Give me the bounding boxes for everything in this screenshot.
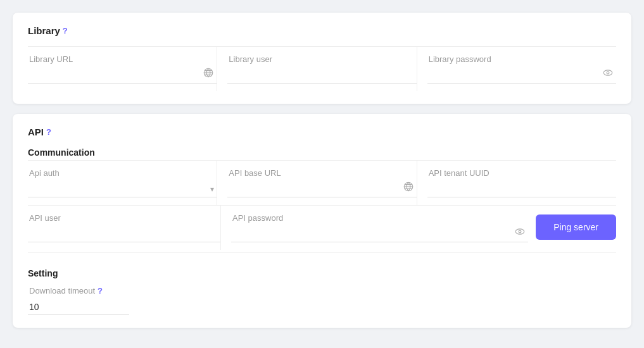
api-row-2: API user API password Ping <box>28 205 616 250</box>
api-auth-label: Api auth <box>28 168 217 178</box>
api-user-input-wrap <box>28 227 220 242</box>
eye-icon[interactable] <box>602 67 614 81</box>
api-row-1: Api auth Basic Token None ▾ API base URL <box>28 160 616 205</box>
library-url-input-wrap <box>28 68 217 84</box>
svg-point-3 <box>607 71 609 74</box>
api-base-url-field: API base URL <box>217 161 417 205</box>
download-timeout-label: Download timeout ? <box>28 286 616 295</box>
library-user-input-wrap <box>227 68 416 84</box>
api-auth-select[interactable]: Basic Token None <box>28 182 217 197</box>
svg-point-7 <box>519 230 521 233</box>
svg-point-2 <box>603 70 612 75</box>
ping-server-button[interactable]: Ping server <box>536 214 616 240</box>
library-password-field: Library password <box>417 47 616 91</box>
download-timeout-group: Download timeout ? 10 <box>28 281 616 315</box>
api-password-field: API password Ping server <box>221 206 616 250</box>
svg-point-6 <box>515 229 524 234</box>
library-fields-row: Library URL Library user <box>28 46 616 91</box>
library-url-input[interactable] <box>28 68 217 84</box>
api-password-input-wrap <box>231 227 528 242</box>
setting-title: Setting <box>28 268 616 278</box>
library-title: Library ? <box>28 25 616 36</box>
communication-title: Communication <box>28 147 616 158</box>
api-tenant-uuid-field: API tenant UUID <box>417 161 616 205</box>
library-title-text: Library <box>28 25 60 36</box>
api-tenant-uuid-input-wrap <box>427 182 616 197</box>
api-section: API ? Communication Api auth Basic Token… <box>13 114 631 328</box>
library-url-field: Library URL <box>28 47 217 91</box>
api-base-url-input[interactable] <box>227 182 416 197</box>
api-auth-field: Api auth Basic Token None ▾ <box>28 161 217 205</box>
api-password-label: API password <box>231 213 528 223</box>
api-user-input[interactable] <box>28 227 220 242</box>
api-title-text: API <box>28 127 44 137</box>
library-password-input[interactable] <box>427 68 616 84</box>
setting-section: Setting Download timeout ? 10 <box>28 252 616 315</box>
library-user-input[interactable] <box>227 68 416 84</box>
library-password-label: Library password <box>427 54 616 64</box>
api-base-url-label: API base URL <box>227 168 416 178</box>
library-section: Library ? Library URL Lib <box>13 13 631 104</box>
api-password-inner: API password <box>231 213 528 242</box>
eye-icon-api[interactable] <box>514 226 526 240</box>
api-auth-select-wrap: Basic Token None ▾ <box>28 182 217 197</box>
download-timeout-help-icon[interactable]: ? <box>98 286 103 295</box>
api-tenant-uuid-input[interactable] <box>427 182 616 197</box>
download-timeout-label-text: Download timeout <box>29 286 95 295</box>
api-title: API ? <box>28 127 616 137</box>
api-user-field: API user <box>28 206 221 250</box>
download-timeout-value[interactable]: 10 <box>28 299 129 315</box>
api-user-label: API user <box>28 213 220 223</box>
api-tenant-uuid-label: API tenant UUID <box>427 168 616 178</box>
library-url-label: Library URL <box>28 54 217 64</box>
library-user-field: Library user <box>217 47 417 91</box>
api-help-icon[interactable]: ? <box>46 127 51 137</box>
library-password-input-wrap <box>427 68 616 84</box>
api-password-input[interactable] <box>231 227 528 242</box>
api-base-url-input-wrap <box>227 182 416 197</box>
library-user-label: Library user <box>227 54 416 64</box>
library-help-icon[interactable]: ? <box>63 26 68 35</box>
